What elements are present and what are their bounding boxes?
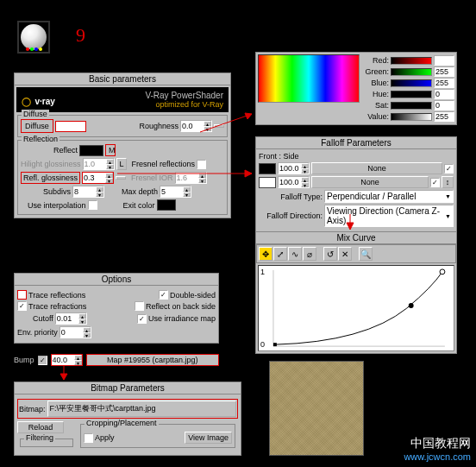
blue-slider[interactable] <box>391 79 432 87</box>
svg-marker-10 <box>347 223 354 230</box>
apply-checkbox[interactable] <box>84 433 93 443</box>
reflect-color-swatch[interactable] <box>79 145 103 156</box>
side-swatch[interactable] <box>259 177 276 188</box>
arrow-reflect-to-falloff <box>116 167 259 180</box>
vray-logo: ◯ v·ray <box>22 92 55 108</box>
texture-preview <box>269 361 364 456</box>
hgloss-spinner[interactable]: ▴▾ <box>83 158 115 170</box>
arrow-diffuse-to-picker <box>198 110 259 136</box>
bump-map-button[interactable]: Map #19955 (carpttan.jpg) <box>86 354 219 366</box>
basic-parameters-panel: Basic parameters ◯ v·ray V-Ray PowerShad… <box>14 73 231 218</box>
reflect-label: Reflect <box>53 146 78 155</box>
falloff-title: Falloff Parameters <box>256 137 456 149</box>
green-input[interactable] <box>434 66 454 77</box>
svg-marker-12 <box>60 374 67 380</box>
bitmap-parameters-panel: Bitmap Parameters Bitmap:F:\平安里餐哥中式\carp… <box>14 382 241 456</box>
material-preview-sphere <box>17 21 50 54</box>
side-check[interactable]: ✓ <box>430 178 440 187</box>
side-map-button[interactable]: None <box>311 176 429 188</box>
trace-refl-checkbox[interactable] <box>17 290 27 300</box>
falloff-type-dropdown[interactable]: Perpendicular / Parallel▼ <box>324 190 454 203</box>
reflect-back-checkbox[interactable] <box>135 301 144 311</box>
sat-slider[interactable] <box>391 102 432 110</box>
curve-toolbar: ✥ ⤢ ∿ ⌀ ↺ ✕ 🔍 <box>256 244 456 263</box>
front-swatch[interactable] <box>259 163 276 174</box>
reload-button[interactable]: Reload <box>17 421 64 433</box>
zoom-icon[interactable]: 🔍 <box>359 247 373 261</box>
sat-input[interactable] <box>434 100 454 110</box>
bump-checkbox[interactable]: ✓ <box>38 356 47 365</box>
exitcolor-label: Exit color <box>123 201 155 210</box>
front-map-button[interactable]: None <box>311 162 442 174</box>
basic-title: Basic parameters <box>15 73 230 85</box>
front-spinner[interactable]: ▴▾ <box>278 162 310 174</box>
bump-label: Bump <box>14 356 34 364</box>
subdivs-label: Subdivs <box>43 187 71 196</box>
frontside-label: Front : Side <box>259 152 454 161</box>
front-check[interactable]: ✓ <box>444 164 454 174</box>
irradiance-checkbox[interactable]: ✓ <box>137 314 147 324</box>
move-tool-icon[interactable]: ✥ <box>259 247 272 261</box>
bitmap-title: Bitmap Parameters <box>15 382 241 394</box>
trace-refr-checkbox[interactable]: ✓ <box>17 301 27 311</box>
svg-point-4 <box>440 269 445 275</box>
diffuse-label: Diffuse <box>21 119 53 133</box>
hue-slider[interactable] <box>391 91 432 98</box>
value-slider[interactable] <box>391 113 432 121</box>
vray-line1: V-Ray PowerShader <box>145 91 223 100</box>
svg-rect-2 <box>273 343 277 346</box>
value-input[interactable] <box>434 111 454 122</box>
options-title: Options <box>15 274 218 286</box>
watermark: 中国教程网 www.jcwcn.com <box>404 436 471 462</box>
color-picker: Red: Green: Blue: Hue: Sat: Value: <box>255 52 457 125</box>
subdivs-spinner[interactable]: ▴▾ <box>72 186 104 198</box>
swap-button[interactable]: ↕ <box>442 176 454 188</box>
hue-gradient[interactable] <box>258 54 360 103</box>
double-sided-checkbox[interactable]: ✓ <box>159 290 168 300</box>
bump-row: Bump ✓ ▴▾ Map #19955 (carpttan.jpg) <box>14 354 219 366</box>
svg-marker-6 <box>245 113 252 119</box>
cutoff-spinner[interactable]: ▴▾ <box>55 312 87 325</box>
interp-checkbox[interactable] <box>88 200 97 210</box>
delete-point-icon[interactable]: ⌀ <box>303 247 316 261</box>
hgloss-label: Hilight glossiness <box>21 160 81 168</box>
mix-curve-panel: Mix Curve ✥ ⤢ ∿ ⌀ ↺ ✕ 🔍 1 0 <box>255 231 457 354</box>
view-image-button[interactable]: View Image <box>185 432 232 444</box>
side-spinner[interactable]: ▴▾ <box>278 176 310 188</box>
vray-line2: optimized for V-Ray <box>145 100 223 109</box>
bitmap-label: Bitmap: <box>19 405 46 413</box>
maxdepth-label: Max depth <box>122 187 158 196</box>
red-input[interactable] <box>434 55 454 66</box>
rgloss-spinner[interactable]: ▴▾ <box>82 172 114 184</box>
svg-point-3 <box>409 303 414 308</box>
vray-banner: ◯ v·ray V-Ray PowerShader optimized for … <box>16 87 229 112</box>
roughness-label: Roughness <box>139 122 178 130</box>
bitmap-path-button[interactable]: F:\平安里餐哥中式\carpttan.jpg <box>47 401 236 417</box>
arrow-bump-to-bitmap <box>55 364 72 385</box>
maxdepth-spinner[interactable]: ▴▾ <box>160 186 191 198</box>
arrow-falloff-to-curve <box>255 212 359 235</box>
close-icon[interactable]: ✕ <box>338 247 352 261</box>
envpri-spinner[interactable]: ▴▾ <box>60 326 91 338</box>
exitcolor-swatch[interactable] <box>157 199 176 211</box>
rgloss-label: Refl. glossiness <box>21 172 80 184</box>
reflect-map-button[interactable]: M <box>105 144 116 156</box>
step-number: 9 <box>76 24 85 47</box>
interp-label: Use interpolation <box>28 201 86 210</box>
reset-icon[interactable]: ↺ <box>323 247 337 261</box>
svg-marker-8 <box>245 170 252 177</box>
add-point-icon[interactable]: ∿ <box>288 247 302 261</box>
diffuse-color-swatch[interactable] <box>55 121 86 132</box>
blue-input[interactable] <box>434 78 454 88</box>
hue-input[interactable] <box>434 89 454 99</box>
svg-line-5 <box>200 114 252 132</box>
red-slider[interactable] <box>391 57 432 65</box>
curve-editor[interactable]: 1 0 <box>258 265 454 351</box>
scale-tool-icon[interactable]: ⤢ <box>273 247 287 261</box>
green-slider[interactable] <box>391 68 432 76</box>
options-panel: Options Trace reflections ✓Double-sided … <box>14 273 219 344</box>
